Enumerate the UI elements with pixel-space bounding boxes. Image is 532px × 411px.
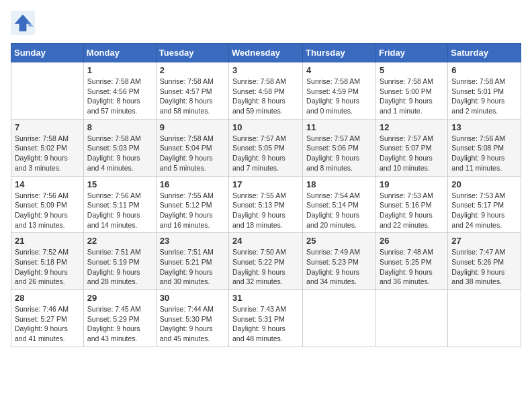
day-info: Sunrise: 7:58 AMSunset: 5:00 PMDaylight:… (380, 77, 444, 116)
day-number: 7 (15, 122, 80, 132)
day-number: 2 (160, 65, 225, 75)
calendar-cell: 31Sunrise: 7:43 AMSunset: 5:31 PMDayligh… (229, 290, 303, 347)
calendar-cell: 28Sunrise: 7:46 AMSunset: 5:27 PMDayligh… (11, 290, 84, 347)
weekday-header: Monday (83, 44, 156, 62)
day-info: Sunrise: 7:46 AMSunset: 5:27 PMDaylight:… (15, 304, 80, 344)
day-number: 17 (232, 179, 299, 189)
calendar-cell: 12Sunrise: 7:57 AMSunset: 5:07 PMDayligh… (375, 119, 447, 176)
day-info: Sunrise: 7:58 AMSunset: 5:04 PMDaylight:… (160, 134, 225, 173)
calendar-cell: 30Sunrise: 7:44 AMSunset: 5:30 PMDayligh… (156, 290, 228, 347)
day-info: Sunrise: 7:52 AMSunset: 5:18 PMDaylight:… (15, 247, 80, 287)
calendar-cell: 16Sunrise: 7:55 AMSunset: 5:12 PMDayligh… (156, 176, 228, 233)
day-info: Sunrise: 7:56 AMSunset: 5:11 PMDaylight:… (87, 191, 152, 230)
day-info: Sunrise: 7:51 AMSunset: 5:19 PMDaylight:… (87, 247, 152, 287)
calendar-cell: 11Sunrise: 7:57 AMSunset: 5:06 PMDayligh… (303, 119, 376, 176)
day-number: 21 (15, 236, 80, 246)
day-info: Sunrise: 7:55 AMSunset: 5:13 PMDaylight:… (232, 191, 299, 230)
calendar-cell: 29Sunrise: 7:45 AMSunset: 5:29 PMDayligh… (83, 290, 156, 347)
day-info: Sunrise: 7:45 AMSunset: 5:29 PMDaylight:… (87, 304, 152, 344)
calendar-cell: 4Sunrise: 7:58 AMSunset: 4:59 PMDaylight… (303, 62, 376, 120)
day-info: Sunrise: 7:50 AMSunset: 5:22 PMDaylight:… (232, 247, 299, 287)
calendar-cell: 6Sunrise: 7:58 AMSunset: 5:01 PMDaylight… (448, 62, 521, 120)
calendar-cell: 25Sunrise: 7:49 AMSunset: 5:23 PMDayligh… (303, 233, 376, 290)
calendar-cell: 9Sunrise: 7:58 AMSunset: 5:04 PMDaylight… (156, 119, 228, 176)
day-number: 16 (160, 179, 225, 189)
logo (11, 11, 38, 35)
calendar-cell: 18Sunrise: 7:54 AMSunset: 5:14 PMDayligh… (303, 176, 376, 233)
day-number: 12 (380, 122, 444, 132)
calendar-body: 1Sunrise: 7:58 AMSunset: 4:56 PMDaylight… (11, 62, 521, 347)
day-number: 10 (232, 122, 299, 132)
calendar-cell: 23Sunrise: 7:51 AMSunset: 5:21 PMDayligh… (156, 233, 228, 290)
calendar-cell: 21Sunrise: 7:52 AMSunset: 5:18 PMDayligh… (11, 233, 84, 290)
calendar-table: SundayMondayTuesdayWednesdayThursdayFrid… (11, 43, 521, 347)
calendar-cell: 2Sunrise: 7:58 AMSunset: 4:57 PMDaylight… (156, 62, 228, 120)
day-number: 6 (451, 65, 517, 75)
calendar-cell: 26Sunrise: 7:48 AMSunset: 5:25 PMDayligh… (375, 233, 447, 290)
day-info: Sunrise: 7:54 AMSunset: 5:14 PMDaylight:… (306, 191, 372, 230)
calendar-week-row: 7Sunrise: 7:58 AMSunset: 5:02 PMDaylight… (11, 119, 521, 176)
day-number: 13 (451, 122, 517, 132)
day-info: Sunrise: 7:48 AMSunset: 5:25 PMDaylight:… (380, 247, 444, 287)
day-info: Sunrise: 7:57 AMSunset: 5:05 PMDaylight:… (232, 134, 299, 173)
weekday-header: Sunday (11, 44, 84, 62)
weekday-header: Friday (375, 44, 447, 62)
day-number: 22 (87, 236, 152, 246)
weekday-row: SundayMondayTuesdayWednesdayThursdayFrid… (11, 44, 521, 62)
calendar-week-row: 14Sunrise: 7:56 AMSunset: 5:09 PMDayligh… (11, 176, 521, 233)
day-number: 1 (87, 65, 152, 75)
day-info: Sunrise: 7:55 AMSunset: 5:12 PMDaylight:… (160, 191, 225, 230)
day-info: Sunrise: 7:53 AMSunset: 5:17 PMDaylight:… (451, 191, 517, 230)
calendar-cell: 7Sunrise: 7:58 AMSunset: 5:02 PMDaylight… (11, 119, 84, 176)
page-header (11, 11, 521, 35)
day-number: 28 (15, 293, 80, 303)
calendar-week-row: 21Sunrise: 7:52 AMSunset: 5:18 PMDayligh… (11, 233, 521, 290)
calendar-cell: 10Sunrise: 7:57 AMSunset: 5:05 PMDayligh… (229, 119, 303, 176)
day-info: Sunrise: 7:58 AMSunset: 5:02 PMDaylight:… (15, 134, 80, 173)
day-number: 11 (306, 122, 372, 132)
calendar-cell: 22Sunrise: 7:51 AMSunset: 5:19 PMDayligh… (83, 233, 156, 290)
day-info: Sunrise: 7:58 AMSunset: 4:57 PMDaylight:… (160, 77, 225, 116)
day-number: 8 (87, 122, 152, 132)
calendar-cell: 1Sunrise: 7:58 AMSunset: 4:56 PMDaylight… (83, 62, 156, 120)
calendar-cell: 5Sunrise: 7:58 AMSunset: 5:00 PMDaylight… (375, 62, 447, 120)
day-info: Sunrise: 7:47 AMSunset: 5:26 PMDaylight:… (451, 247, 517, 287)
calendar-cell: 19Sunrise: 7:53 AMSunset: 5:16 PMDayligh… (375, 176, 447, 233)
day-info: Sunrise: 7:51 AMSunset: 5:21 PMDaylight:… (160, 247, 225, 287)
calendar-cell: 20Sunrise: 7:53 AMSunset: 5:17 PMDayligh… (448, 176, 521, 233)
day-info: Sunrise: 7:44 AMSunset: 5:30 PMDaylight:… (160, 304, 225, 344)
day-number: 5 (380, 65, 444, 75)
calendar-cell: 15Sunrise: 7:56 AMSunset: 5:11 PMDayligh… (83, 176, 156, 233)
weekday-header: Tuesday (156, 44, 228, 62)
calendar-cell (303, 290, 376, 347)
day-number: 3 (232, 65, 299, 75)
weekday-header: Saturday (448, 44, 521, 62)
day-info: Sunrise: 7:57 AMSunset: 5:06 PMDaylight:… (306, 134, 372, 173)
day-info: Sunrise: 7:58 AMSunset: 5:03 PMDaylight:… (87, 134, 152, 173)
calendar-cell: 8Sunrise: 7:58 AMSunset: 5:03 PMDaylight… (83, 119, 156, 176)
day-info: Sunrise: 7:58 AMSunset: 4:58 PMDaylight:… (232, 77, 299, 116)
day-number: 18 (306, 179, 372, 189)
calendar-cell (11, 62, 84, 120)
calendar-cell: 17Sunrise: 7:55 AMSunset: 5:13 PMDayligh… (229, 176, 303, 233)
day-number: 20 (451, 179, 517, 189)
day-info: Sunrise: 7:58 AMSunset: 4:59 PMDaylight:… (306, 77, 372, 116)
day-info: Sunrise: 7:43 AMSunset: 5:31 PMDaylight:… (232, 304, 299, 344)
calendar-cell (375, 290, 447, 347)
day-number: 31 (232, 293, 299, 303)
weekday-header: Wednesday (229, 44, 303, 62)
day-number: 14 (15, 179, 80, 189)
day-number: 4 (306, 65, 372, 75)
day-info: Sunrise: 7:57 AMSunset: 5:07 PMDaylight:… (380, 134, 444, 173)
day-number: 25 (306, 236, 372, 246)
day-number: 9 (160, 122, 225, 132)
calendar-cell: 3Sunrise: 7:58 AMSunset: 4:58 PMDaylight… (229, 62, 303, 120)
day-info: Sunrise: 7:56 AMSunset: 5:08 PMDaylight:… (451, 134, 517, 173)
calendar-header: SundayMondayTuesdayWednesdayThursdayFrid… (11, 44, 521, 62)
day-number: 26 (380, 236, 444, 246)
day-info: Sunrise: 7:58 AMSunset: 4:56 PMDaylight:… (87, 77, 152, 116)
day-number: 30 (160, 293, 225, 303)
calendar-cell (448, 290, 521, 347)
calendar-week-row: 1Sunrise: 7:58 AMSunset: 4:56 PMDaylight… (11, 62, 521, 120)
day-number: 27 (451, 236, 517, 246)
